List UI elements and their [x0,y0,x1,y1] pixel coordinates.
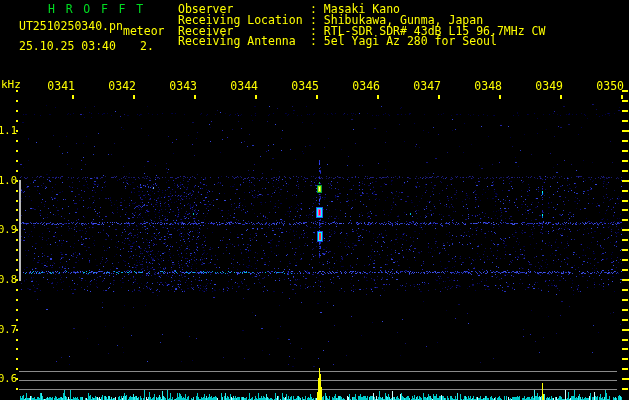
x-axis-tick-label: 0341 [45,81,75,93]
station-info-label: Receiving Antenna [178,36,310,47]
station-info-value: : 5el Yagi Az 280 for Seoul [310,34,497,48]
capture-datetime: 25.10.25 03:40 [19,41,116,53]
y-axis-tick-label: 1.1 [0,125,17,136]
x-axis-tick-label: 0348 [472,81,502,93]
y-axis-unit-label: kHz [1,79,21,90]
x-axis-tick-label: 0347 [411,81,441,93]
x-axis-tick-label: 0350 [594,81,624,93]
y-axis-tick-label: 0.7 [0,324,17,335]
y-axis-tick-label: 0.8 [0,274,17,285]
y-axis-tick-label: 0.9 [0,224,17,235]
y-axis-tick-label: 1.0 [0,175,17,186]
spectrogram-canvas [0,0,629,400]
x-axis-tick-label: 0349 [533,81,563,93]
capture-filename: UT2510250340.pn [19,21,123,33]
x-axis-tick-label: 0346 [350,81,380,93]
echo-counter: 2. [140,41,154,53]
station-info-row: Receiving Antenna: 5el Yagi Az 280 for S… [178,36,545,47]
x-axis-tick-label: 0345 [289,81,319,93]
x-axis-tick-label: 0343 [167,81,197,93]
hrofft-spectrogram-screen: H R O F F T UT2510250340.pn meteor 25.10… [0,0,629,400]
station-info-block: Observer: Masaki KanoReceiving Location:… [178,4,545,47]
y-axis-tick-label: 0.6 [0,373,17,384]
x-axis-tick-label: 0342 [106,81,136,93]
app-title: H R O F F T [48,4,145,16]
x-axis-tick-label: 0344 [228,81,258,93]
observation-mode-label: meteor [123,26,165,38]
